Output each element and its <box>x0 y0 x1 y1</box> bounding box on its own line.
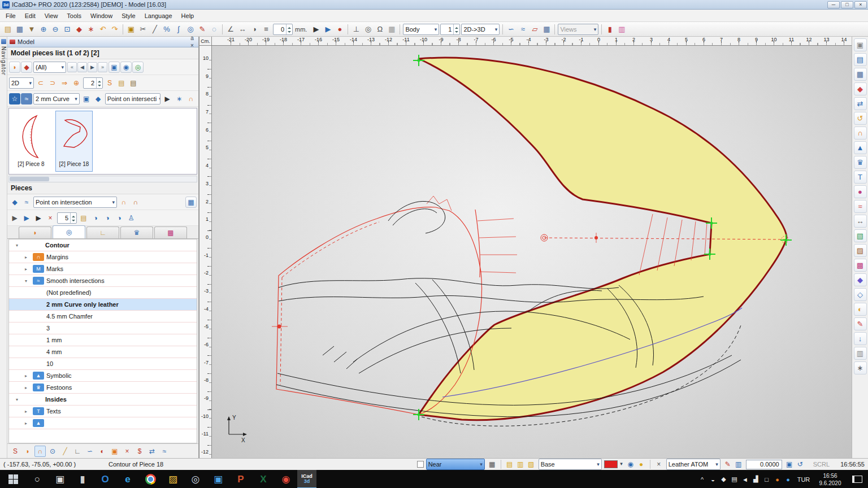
offset-spinner[interactable]: 0 <box>273 24 293 35</box>
tangent-icon[interactable]: ◎ <box>362 24 374 35</box>
angle-icon[interactable]: ∠ <box>225 24 236 35</box>
layers-icon[interactable]: ▤ <box>505 459 515 469</box>
offset-value[interactable]: 0 <box>274 26 286 33</box>
piece-count-spinner[interactable]: 2 <box>83 77 103 89</box>
navigator-strip[interactable]: Navigator <box>0 37 7 458</box>
print-icon[interactable]: ▥ <box>734 459 744 469</box>
pick-point-icon[interactable]: ◆ <box>93 93 104 104</box>
color-swatch[interactable] <box>604 460 618 468</box>
tree-item[interactable]: ▸ M Marks <box>9 263 197 275</box>
pieces-mode-icon[interactable]: ◗ <box>9 62 20 73</box>
outlook-icon[interactable]: O <box>94 470 116 488</box>
margin-b-icon[interactable]: ∩ <box>130 197 141 208</box>
tree-item[interactable]: 4.5 mm Chamfer <box>9 311 197 323</box>
margin-tool[interactable]: ∩ <box>854 127 867 140</box>
pencil-icon[interactable]: ✎ <box>197 24 208 35</box>
show-hide-icon[interactable]: ◉ <box>120 62 132 73</box>
point-edit-icon[interactable]: ◆ <box>9 197 20 208</box>
menu-item[interactable]: Language <box>140 11 177 21</box>
cut-icon[interactable]: ✂ <box>137 24 149 35</box>
refresh-thumbs-icon[interactable]: ▣ <box>108 62 120 73</box>
tree-item[interactable]: ▸ ▲ <box>9 417 197 429</box>
cursor-select-icon[interactable]: ▶ <box>162 93 173 104</box>
menu-item[interactable]: Tools <box>62 11 86 21</box>
spinner-arrows-icon[interactable] <box>453 24 459 34</box>
expand-arrow-icon[interactable]: ▾ <box>16 397 45 402</box>
cost-tools-icon[interactable]: $ <box>134 446 145 457</box>
cursor-b-icon[interactable]: ▶ <box>21 212 32 224</box>
shoe-tools-icon[interactable]: ∽ <box>84 446 96 457</box>
tree-item[interactable]: ▸ ∩ Margins <box>9 251 197 263</box>
browser-icon[interactable]: ◉ <box>275 470 297 488</box>
action-center-icon[interactable] <box>847 470 868 488</box>
photos-icon[interactable]: ▣ <box>207 470 229 488</box>
margin-right-icon[interactable]: ⊃ <box>47 77 58 89</box>
tray-app-orange-icon[interactable]: ● <box>772 470 783 488</box>
menu-item[interactable]: Window <box>86 11 117 21</box>
material-tool[interactable]: ▨ <box>854 244 867 257</box>
scrollbar-thumb[interactable] <box>10 177 49 181</box>
style-manager-icon[interactable]: ∗ <box>85 24 97 35</box>
edge-icon[interactable]: e <box>116 470 139 488</box>
shoe-3d-icon[interactable]: ≈ <box>517 24 528 35</box>
undo-icon[interactable]: ↶ <box>97 24 108 35</box>
lock-icon[interactable]: ● <box>636 459 646 469</box>
tray-expand-icon[interactable]: ^ <box>697 470 708 488</box>
pieces-list-tool[interactable]: ▤ <box>854 53 867 66</box>
first-piece-button[interactable]: « <box>67 62 77 72</box>
save-icon[interactable]: ▦ <box>14 24 25 35</box>
tray-app-blue-icon[interactable]: ● <box>783 470 793 488</box>
rotate-piece-tool[interactable]: ↺ <box>854 112 867 125</box>
area-icon[interactable]: ≡ <box>261 24 272 35</box>
columns-icon[interactable]: ▥ <box>616 24 627 35</box>
spinner-arrows-icon[interactable] <box>96 78 102 88</box>
close-button[interactable]: × <box>854 1 867 8</box>
taskbar-clock[interactable]: 16:56 9.6.2020 <box>814 470 847 488</box>
export-dxf-tool[interactable]: ↓ <box>854 332 867 345</box>
body-combo[interactable]: Body <box>403 24 439 35</box>
dimension-combo[interactable]: 2D <box>9 77 34 89</box>
zoom-out-icon[interactable]: ⊖ <box>50 24 61 35</box>
piece-thumbnail-8[interactable]: [2] Piece 8 <box>12 111 50 172</box>
speaker-icon[interactable]: ◄ <box>740 470 750 488</box>
offset-input[interactable]: 0.0000 <box>746 460 782 469</box>
snap-intersect-icon[interactable]: ∗ <box>173 93 185 104</box>
zoom-in-icon[interactable]: ⊕ <box>38 24 49 35</box>
expand-arrow-icon[interactable]: ▸ <box>25 255 33 260</box>
stamp-1-icon[interactable]: ▤ <box>78 212 89 224</box>
tree-item[interactable]: 2 mm Curve only leather <box>9 299 197 311</box>
corner-tools-icon[interactable]: ∟ <box>72 446 83 457</box>
copies-spinner[interactable]: 1 <box>440 24 460 35</box>
sheet-icon[interactable]: ▥ <box>515 459 526 469</box>
menu-item[interactable]: Style <box>117 11 140 21</box>
auto-hide-pin-icon[interactable]: a <box>188 37 196 42</box>
drawing-viewport[interactable]: Y X <box>212 46 852 458</box>
icad-taskbar-icon[interactable]: ICad3d <box>297 470 316 488</box>
stitch-tool[interactable]: ≈ <box>854 200 867 213</box>
piece-thumbnail-18[interactable]: [2] Piece 18 <box>55 111 93 172</box>
menu-item[interactable]: View <box>40 11 63 21</box>
lasso-icon[interactable]: ◌ <box>209 24 220 35</box>
mirror-icon[interactable]: S <box>104 77 115 89</box>
pattern-piece-yellow[interactable] <box>419 58 787 420</box>
favorite-icon[interactable]: ☆ <box>9 93 20 104</box>
excel-icon[interactable]: X <box>252 470 275 488</box>
display-icon[interactable]: ▤ <box>729 470 740 488</box>
round-b-icon[interactable]: ◑ <box>102 212 113 224</box>
minimize-button[interactable]: ─ <box>827 1 840 8</box>
point-on-intersection-combo[interactable]: Point on intersection <box>33 197 117 208</box>
drawing-canvas[interactable]: Y X <box>212 46 852 458</box>
tree-item[interactable]: ▾ Contour <box>9 239 197 251</box>
recalc-icon[interactable]: ↺ <box>795 459 805 469</box>
expand-arrow-icon[interactable]: ▸ <box>25 421 33 426</box>
flatten-tool[interactable]: ◇ <box>854 288 867 301</box>
expand-arrow-icon[interactable]: ▾ <box>16 243 45 248</box>
festoon-tool[interactable]: ♛ <box>854 156 867 169</box>
pick-curve-icon[interactable]: ▣ <box>81 93 92 104</box>
tab-colors[interactable]: ▩ <box>154 226 187 238</box>
cursor-a-icon[interactable]: ▶ <box>9 212 20 224</box>
search-icon[interactable]: ○ <box>26 470 49 488</box>
sole-icon[interactable]: ▱ <box>529 24 540 35</box>
cursor-c-icon[interactable]: ▶ <box>33 212 44 224</box>
near-checkbox[interactable] <box>417 461 424 468</box>
